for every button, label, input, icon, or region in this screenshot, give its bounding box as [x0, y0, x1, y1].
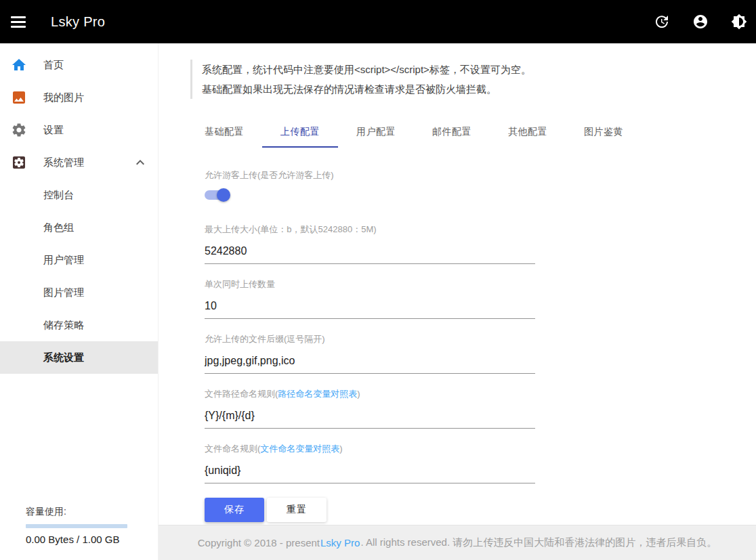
notice-line-2: 基础配置如果出现无法保存的情况请检查请求是否被防火墙拦截。: [202, 79, 756, 99]
field-allow-guest-upload: 允许游客上传(是否允许游客上传): [205, 169, 535, 202]
field-path-naming-rule: 文件路径命名规则(路径命名变量对照表): [205, 388, 535, 429]
path-naming-variables-link[interactable]: 路径命名变量对照表: [278, 389, 357, 399]
field-label: 允许游客上传(是否允许游客上传): [205, 169, 535, 181]
label-text: 文件命名规则(: [205, 444, 260, 454]
refresh-icon[interactable]: [654, 14, 670, 30]
sidebar-subitem-label: 储存策略: [43, 319, 84, 332]
field-label: 允许上传的文件后缀(逗号隔开): [205, 333, 535, 345]
app-title: Lsky Pro: [51, 14, 105, 30]
field-label: 文件路径命名规则(路径命名变量对照表): [205, 388, 535, 400]
sidebar-subitem-role-groups[interactable]: 角色组: [0, 211, 158, 244]
chevron-up-icon: [132, 154, 148, 171]
sidebar-item-settings[interactable]: 设置: [0, 114, 158, 146]
reset-button[interactable]: 重置: [267, 498, 327, 522]
tab-other-config[interactable]: 其他配置: [490, 117, 566, 148]
app-bar: Lsky Pro: [0, 0, 756, 43]
notice-block: 系统配置，统计代码中注意要使用<script></script>标签，不设置可为…: [190, 60, 756, 99]
footer: Copyright © 2018 - present Lsky Pro . Al…: [159, 525, 756, 560]
capacity-label: 容量使用:: [26, 506, 129, 518]
sidebar-subitem-user-management[interactable]: 用户管理: [0, 244, 158, 276]
sidebar-subitem-label: 角色组: [43, 221, 74, 234]
home-icon: [11, 57, 27, 73]
upload-config-form: 允许游客上传(是否允许游客上传) 最大上传大小(单位：b，默认5242880：5…: [205, 169, 535, 522]
tab-mail-config[interactable]: 邮件配置: [414, 117, 490, 148]
sidebar-item-my-images[interactable]: 我的图片: [0, 81, 158, 114]
allow-guest-upload-switch[interactable]: [205, 188, 230, 202]
account-icon[interactable]: [692, 14, 709, 30]
allowed-extensions-input[interactable]: [205, 351, 535, 374]
sidebar-item-label: 设置: [43, 124, 64, 137]
path-naming-rule-input[interactable]: [205, 406, 535, 429]
appbar-actions: [654, 14, 747, 30]
label-text: 文件路径命名规则(: [205, 389, 278, 399]
gear-icon: [11, 122, 27, 138]
sidebar-item-system-management[interactable]: 系统管理: [0, 146, 158, 179]
copyright-suffix: . All rights reserved. 请勿上传违反中国大陆和香港法律的图…: [360, 536, 717, 549]
copyright-prefix: Copyright © 2018 - present: [198, 537, 320, 548]
form-buttons: 保存 重置: [205, 498, 535, 522]
concurrent-upload-count-input[interactable]: [205, 296, 535, 319]
field-label: 最大上传大小(单位：b，默认5242880：5M): [205, 223, 535, 236]
sidebar-item-label: 首页: [43, 59, 64, 72]
settings-tabs: 基础配置 上传配置 用户配置 邮件配置 其他配置 图片鉴黄: [186, 117, 756, 148]
sidebar: 首页 我的图片 设置 系统管理 控制台 角色组: [0, 43, 159, 560]
capacity-usage-text: 0.00 Bytes / 1.00 GB: [26, 534, 129, 545]
notice-line-1: 系统配置，统计代码中注意要使用<script></script>标签，不设置可为…: [202, 60, 756, 79]
system-gear-icon: [11, 154, 27, 171]
image-icon: [11, 89, 27, 106]
label-text: ): [357, 389, 360, 399]
field-file-naming-rule: 文件命名规则(文件命名变量对照表): [205, 443, 535, 483]
field-allowed-extensions: 允许上传的文件后缀(逗号隔开): [205, 333, 535, 374]
file-naming-variables-link[interactable]: 文件命名变量对照表: [260, 444, 339, 454]
sidebar-item-home[interactable]: 首页: [0, 49, 158, 81]
lsky-pro-link[interactable]: Lsky Pro: [320, 537, 360, 548]
label-text: ): [339, 444, 342, 454]
capacity-usage: 容量使用: 0.00 Bytes / 1.00 GB: [26, 506, 129, 545]
tab-image-moderation[interactable]: 图片鉴黄: [566, 117, 642, 148]
sidebar-subitem-label: 图片管理: [43, 286, 84, 299]
sidebar-subitem-console[interactable]: 控制台: [0, 179, 158, 211]
save-button[interactable]: 保存: [205, 498, 264, 522]
tab-upload-config[interactable]: 上传配置: [262, 117, 338, 148]
sidebar-nav: 首页 我的图片 设置 系统管理 控制台 角色组: [0, 43, 158, 374]
field-label: 单次同时上传数量: [205, 278, 535, 290]
sidebar-subitem-label: 用户管理: [43, 254, 84, 267]
switch-thumb: [217, 188, 230, 202]
theme-toggle-icon[interactable]: [731, 14, 747, 30]
sidebar-item-label: 我的图片: [43, 91, 84, 104]
tab-basic-config[interactable]: 基础配置: [186, 117, 262, 148]
capacity-progress-bar: [26, 524, 127, 528]
sidebar-subitem-label: 系统设置: [43, 351, 84, 364]
field-label: 文件命名规则(文件命名变量对照表): [205, 443, 535, 455]
tab-user-config[interactable]: 用户配置: [338, 117, 414, 148]
sidebar-subitem-image-management[interactable]: 图片管理: [0, 276, 158, 309]
sidebar-subitem-storage-policy[interactable]: 储存策略: [0, 309, 158, 341]
hamburger-menu-icon[interactable]: [11, 16, 26, 28]
field-max-upload-size: 最大上传大小(单位：b，默认5242880：5M): [205, 223, 535, 264]
sidebar-subitem-label: 控制台: [43, 189, 74, 202]
sidebar-item-label: 系统管理: [43, 156, 84, 169]
field-concurrent-upload-count: 单次同时上传数量: [205, 278, 535, 319]
max-upload-size-input[interactable]: [205, 241, 535, 264]
sidebar-subitem-system-settings[interactable]: 系统设置: [0, 341, 158, 374]
file-naming-rule-input[interactable]: [205, 460, 535, 483]
main-content: 系统配置，统计代码中注意要使用<script></script>标签，不设置可为…: [159, 43, 756, 525]
